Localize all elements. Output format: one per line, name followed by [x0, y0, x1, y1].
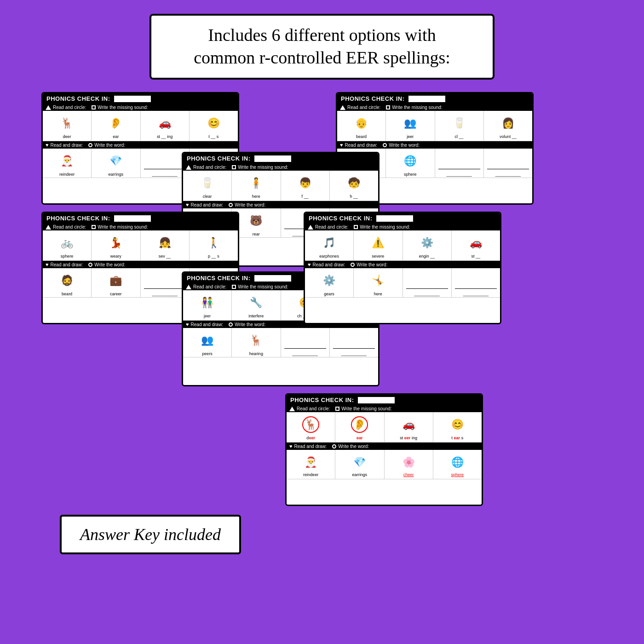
write-line	[144, 275, 186, 289]
bottom-word-label: cheer	[403, 472, 414, 477]
card-header: PHONICS CHECK IN:	[43, 93, 238, 104]
write-line	[144, 155, 186, 169]
heart-icon: ♥	[46, 262, 49, 267]
draw-cell: 💎earrings	[92, 149, 140, 178]
blank-label: ___________	[463, 292, 489, 296]
image-cell: 🔧interfere	[232, 290, 281, 320]
bottom-images-row: 🎅reindeer💎earrings🌸cheer🌐sphere	[287, 450, 482, 479]
blank-label: ___________	[495, 172, 521, 177]
heart-icon: ♥	[186, 202, 189, 207]
top-section-header: Read and circle: Write the missing sound…	[43, 224, 238, 230]
bottom-illustration: 🌸	[396, 452, 421, 472]
triangle-icon	[46, 105, 51, 110]
image-cell: 👥jeer	[386, 111, 435, 141]
blank-label: ___________	[341, 351, 367, 356]
illustration: 🚗	[396, 414, 421, 435]
draw-cell: 🐻rear	[232, 208, 281, 237]
draw-illustration: 👥	[195, 330, 220, 351]
draw-word-label: gears	[324, 292, 334, 296]
word-label: f __	[302, 194, 309, 199]
write-line	[455, 275, 497, 289]
bottom-illustration: 💎	[347, 452, 372, 472]
answer-key-label: Answer Key included	[80, 525, 221, 544]
card-header: PHONICS CHECK IN:	[183, 153, 378, 164]
bottom-word-label: sphere	[451, 472, 464, 477]
illustration: 🚗	[152, 113, 178, 133]
draw-illustration: 🤸	[365, 270, 391, 291]
word-label: st __	[472, 254, 481, 259]
image-cell: 😊t __ s	[190, 111, 238, 141]
word-label: ear	[356, 436, 363, 440]
draw-word-label: sphere	[404, 172, 417, 177]
heart-icon: ♥	[308, 262, 311, 267]
top-section-header: Read and circle: Write the missing sound…	[337, 104, 532, 111]
draw-cell: 🌐sphere	[386, 149, 435, 178]
image-cell: 🚗st __	[452, 230, 500, 260]
heart-icon: ♥	[46, 142, 49, 148]
image-cell: 🚶p __ s	[190, 230, 238, 260]
draw-illustration: 🎅	[54, 150, 80, 171]
bottom-image-cell: 🎅reindeer	[287, 450, 335, 479]
draw-word-label: earrings	[109, 172, 124, 177]
draw-illustration: ⚙️	[316, 270, 342, 291]
image-cell: 🚲sphere	[43, 230, 92, 260]
illustration: 🧍	[243, 172, 269, 193]
circle-icon	[332, 444, 336, 448]
circled-illustration: 🦌	[302, 416, 319, 433]
title-text: Includes 6 different options with common…	[170, 24, 474, 69]
draw-illustration: 💼	[103, 270, 128, 291]
triangle-icon	[289, 407, 295, 411]
draw-word-label: reindeer	[59, 172, 75, 177]
top-images-row: 👴beard👥jeer🥛cl __👩volunt __	[337, 111, 532, 141]
draw-cell: 🎅reindeer	[43, 149, 92, 178]
word-label: t __ s	[208, 134, 218, 139]
draw-illustration: 🐻	[243, 210, 269, 231]
write-line	[487, 155, 529, 169]
illustration: ⚠️	[365, 232, 391, 253]
word-label: h __	[350, 194, 358, 199]
top-images-row: 🎵earphones⚠️severe⚙️engin __🚗st __	[305, 230, 500, 261]
answer-key-label-box: Answer Key included	[60, 515, 241, 554]
top-section-header: Read and circle: Write the missing sound…	[183, 164, 378, 171]
bottom-illustration: 🎅	[298, 452, 323, 472]
word-label: sev __	[159, 254, 171, 259]
blank-label: ___________	[152, 172, 178, 177]
illustration: 👴	[349, 113, 374, 133]
draw-cell: 💼career	[92, 268, 140, 297]
top-images-row: 🦌deer👂ear🚗st eer ing😊t ear s	[287, 412, 482, 443]
image-cell: 🥛clear	[183, 171, 232, 201]
illustration: 👥	[397, 113, 423, 133]
draw-word-label: career	[110, 292, 122, 296]
word-label: engin __	[419, 254, 435, 259]
square-icon	[92, 105, 96, 109]
illustration: 🚗	[463, 232, 489, 253]
circle-icon	[229, 203, 233, 207]
draw-illustration: 🌐	[397, 150, 423, 171]
blank-label: ___________	[414, 292, 440, 296]
word-label: st __ ing	[157, 134, 172, 139]
word-label: p __ s	[208, 254, 219, 259]
illustration: 👧	[152, 232, 178, 253]
word-label: severe	[372, 254, 384, 259]
circle-icon	[351, 263, 355, 267]
bottom-word-label: earrings	[352, 472, 368, 477]
word-label: t ear s	[452, 436, 464, 440]
circle-icon	[88, 143, 92, 147]
image-cell: 👂ear	[335, 412, 384, 442]
word-label: sphere	[61, 254, 74, 259]
blank-label: ___________	[447, 172, 472, 177]
circled-illustration: 👂	[351, 416, 368, 433]
top-section-header: Read and circle: Write the missing sound…	[305, 224, 500, 230]
bottom-image-cell: 🌸cheer	[385, 450, 433, 479]
bottom-word-label: reindeer	[303, 472, 318, 477]
illustration: 🚲	[54, 232, 80, 253]
top-section-header: Read and circle: Write the missing sound…	[43, 104, 238, 111]
image-cell: 💃weary	[92, 230, 140, 260]
draw-illustration: 🦌	[243, 330, 269, 351]
draw-word-label: here	[374, 292, 382, 296]
image-cell: 🥛cl __	[435, 111, 484, 141]
word-label: deer	[306, 436, 315, 440]
phonics-card-card6: PHONICS CHECK IN: Read and circle: Write…	[304, 212, 501, 324]
image-cell: ⚠️severe	[354, 230, 402, 260]
blank-cell: ___________	[484, 149, 532, 178]
